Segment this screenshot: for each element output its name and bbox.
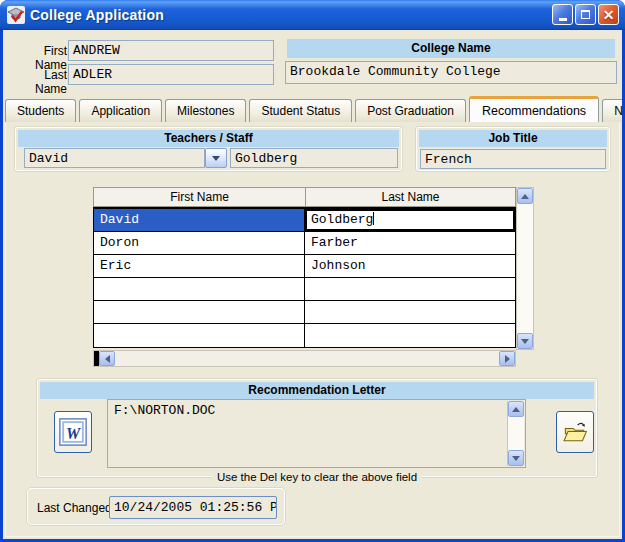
college-name-header: College Name [287, 39, 615, 58]
last-changed-label: Last Changed [37, 501, 112, 515]
close-button[interactable]: ✕ [598, 4, 619, 25]
scroll-left-icon [105, 355, 110, 363]
cell-first-name[interactable]: Doron [94, 232, 305, 254]
job-title-group: Job Title French [415, 126, 611, 172]
cell-last-name[interactable]: Johnson [305, 255, 515, 277]
column-header-last-name[interactable]: Last Name [306, 188, 515, 206]
minimize-icon [559, 18, 567, 21]
window-content: First Name ANDREW Last Name ADLER Colleg… [3, 30, 622, 539]
tab-student-status[interactable]: Student Status [249, 99, 352, 122]
teacher-combobox-dropdown-button[interactable] [205, 148, 227, 168]
staff-table: First Name Last Name David Goldberg Doro… [93, 187, 534, 367]
teachers-staff-group: Teachers / Staff David Goldberg [14, 126, 403, 172]
scroll-up-icon [521, 194, 529, 199]
chevron-down-icon [212, 156, 220, 161]
staff-grid: First Name Last Name David Goldberg Doro… [93, 187, 516, 348]
scroll-down-button[interactable] [517, 333, 533, 349]
tab-application[interactable]: Application [79, 99, 162, 122]
scroll-right-button[interactable] [499, 351, 515, 366]
scroll-down-icon [512, 456, 520, 461]
cell-last-name[interactable] [305, 324, 515, 347]
cell-first-name[interactable]: Eric [94, 255, 305, 277]
scroll-down-button[interactable] [508, 450, 524, 466]
maximize-icon [581, 10, 590, 19]
close-icon: ✕ [603, 8, 615, 22]
cell-first-name[interactable]: David [94, 209, 305, 231]
teachers-staff-header: Teachers / Staff [18, 130, 399, 147]
svg-text:W: W [66, 425, 82, 442]
ms-word-icon: W [58, 417, 88, 447]
maximize-button[interactable] [575, 4, 596, 25]
horizontal-scrollbar[interactable] [93, 350, 516, 367]
last-name-field[interactable]: ADLER [68, 64, 274, 85]
recommendation-file-path: F:\NORTON.DOC [114, 403, 503, 418]
recommendation-letter-header: Recommendation Letter [40, 382, 594, 399]
scroll-up-icon [512, 407, 520, 412]
tab-milestones[interactable]: Milestones [165, 99, 246, 122]
text-caret [373, 212, 374, 225]
tab-post-graduation[interactable]: Post Graduation [355, 99, 466, 122]
scroll-up-button[interactable] [508, 401, 524, 417]
scroll-up-button[interactable] [517, 188, 533, 204]
cell-last-name[interactable] [305, 301, 515, 323]
table-row[interactable] [94, 278, 515, 301]
last-changed-field[interactable]: 10/24/2005 01:25:56 PM [109, 496, 277, 519]
open-folder-icon [561, 418, 589, 446]
cell-last-name[interactable] [305, 278, 515, 300]
window-title: College Application [30, 7, 164, 23]
cell-last-name[interactable]: Farber [305, 232, 515, 254]
scroll-down-icon [521, 339, 529, 344]
cell-first-name[interactable] [94, 301, 305, 323]
minimize-button[interactable] [552, 4, 573, 25]
tab-students[interactable]: Students [5, 99, 76, 122]
staff-grid-header-row: First Name Last Name [93, 187, 516, 207]
textarea-scrollbar[interactable] [507, 401, 524, 466]
recommendations-tab-page: Teachers / Staff David Goldberg Job Titl… [5, 122, 620, 537]
job-title-field[interactable]: French [420, 149, 606, 169]
teacher-first-name-combobox[interactable]: David [24, 148, 205, 168]
tab-bar: Students Application Milestones Student … [5, 96, 622, 122]
tab-recommendations[interactable]: Recommendations [469, 96, 599, 122]
table-row[interactable]: David Goldberg [94, 209, 515, 232]
del-key-hint: Use the Del key to clear the above field [212, 471, 422, 483]
recommendation-file-textarea[interactable]: F:\NORTON.DOC [107, 399, 526, 468]
job-title-header: Job Title [419, 130, 607, 147]
last-name-label: Last Name [11, 68, 67, 96]
horizontal-scroll-track[interactable] [115, 351, 499, 366]
table-row[interactable] [94, 324, 515, 347]
browse-file-button[interactable] [556, 411, 594, 453]
column-header-first-name[interactable]: First Name [94, 188, 306, 206]
cell-first-name[interactable] [94, 324, 305, 347]
teacher-last-name-field[interactable]: Goldberg [230, 148, 398, 168]
cell-first-name[interactable] [94, 278, 305, 300]
table-row[interactable]: Eric Johnson [94, 255, 515, 278]
college-name-group: College Name Brookdale Community College [285, 39, 617, 87]
window-controls: ✕ [552, 4, 619, 25]
last-changed-group: Last Changed 10/24/2005 01:25:56 PM [26, 487, 286, 526]
scroll-right-icon [505, 355, 510, 363]
open-word-document-button[interactable]: W [54, 411, 92, 453]
recommendation-letter-group: Recommendation Letter W F:\NORTON.DOC [36, 378, 598, 478]
table-row[interactable]: Doron Farber [94, 232, 515, 255]
scroll-left-button[interactable] [99, 351, 115, 366]
staff-grid-body: David Goldberg Doron Farber Eric Johnson [93, 207, 516, 348]
tab-notes[interactable]: Notes [602, 99, 622, 122]
vertical-scrollbar[interactable] [516, 187, 534, 350]
cell-last-name-editing[interactable]: Goldberg [305, 209, 515, 231]
first-name-field[interactable]: ANDREW [68, 40, 274, 61]
graduation-cap-check-icon[interactable] [7, 6, 25, 24]
college-name-field[interactable]: Brookdale Community College [285, 61, 617, 84]
table-row[interactable] [94, 301, 515, 324]
title-bar[interactable]: College Application ✕ [0, 0, 625, 30]
app-window: College Application ✕ First Name ANDREW … [0, 0, 625, 542]
